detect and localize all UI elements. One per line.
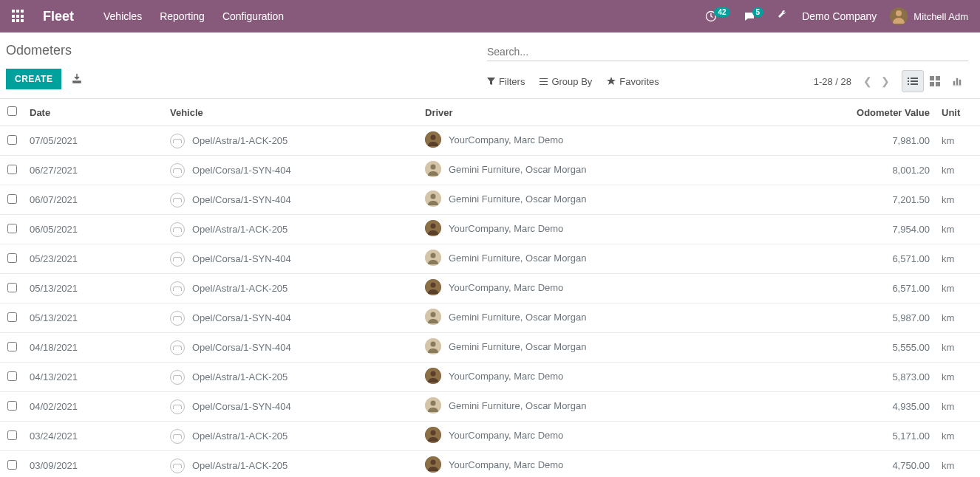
filter-icon [487, 78, 495, 86]
cell-date: 06/27/2021 [24, 156, 164, 185]
cell-odometer: 5,555.00 [832, 333, 936, 363]
table-row[interactable]: 04/18/2021Opel/Corsa/1-SYN-404Gemini Fur… [0, 333, 980, 363]
row-checkbox[interactable] [7, 430, 17, 440]
cell-driver: Gemini Furniture, Oscar Morgan [419, 303, 832, 333]
svg-point-17 [431, 283, 436, 288]
table-row[interactable]: 03/09/2021Opel/Astra/1-ACK-205YourCompan… [0, 451, 980, 478]
developer-tools-icon[interactable] [777, 10, 789, 24]
column-vehicle[interactable]: Vehicle [164, 99, 419, 126]
pager-text[interactable]: 1-28 / 28 [814, 76, 851, 87]
row-checkbox[interactable] [7, 371, 17, 381]
table-row[interactable]: 04/13/2021Opel/Astra/1-ACK-205YourCompan… [0, 363, 980, 392]
select-all-checkbox[interactable] [7, 106, 17, 116]
svg-point-23 [431, 371, 436, 377]
cell-driver: Gemini Furniture, Oscar Morgan [419, 185, 832, 215]
cell-odometer: 7,954.00 [832, 215, 936, 244]
star-icon [607, 77, 616, 86]
table-row[interactable]: 07/05/2021Opel/Astra/1-ACK-205YourCompan… [0, 126, 980, 156]
pager-prev-icon[interactable]: ❮ [863, 75, 872, 87]
cell-unit: km [936, 126, 980, 156]
view-graph-button[interactable] [946, 70, 968, 92]
cell-vehicle: Opel/Corsa/1-SYN-404 [164, 156, 419, 185]
row-checkbox[interactable] [7, 283, 17, 292]
cell-driver: Gemini Furniture, Oscar Morgan [419, 333, 832, 363]
company-selector[interactable]: Demo Company [802, 10, 877, 22]
cell-odometer: 5,987.00 [832, 303, 936, 333]
main-header: Fleet Vehicles Reporting Configuration 4… [0, 0, 980, 32]
cell-vehicle: Opel/Corsa/1-SYN-404 [164, 185, 419, 215]
table-row[interactable]: 03/24/2021Opel/Astra/1-ACK-205YourCompan… [0, 422, 980, 451]
cell-odometer: 6,571.00 [832, 274, 936, 303]
nav-vehicles[interactable]: Vehicles [103, 10, 142, 22]
table-row[interactable]: 06/05/2021Opel/Astra/1-ACK-205YourCompan… [0, 215, 980, 244]
column-odometer[interactable]: Odometer Value [832, 99, 936, 126]
driver-avatar-icon [425, 161, 441, 177]
cell-vehicle: Opel/Astra/1-ACK-205 [164, 363, 419, 392]
driver-avatar-icon [425, 368, 441, 384]
table-row[interactable]: 05/23/2021Opel/Corsa/1-SYN-404Gemini Fur… [0, 244, 980, 274]
table-row[interactable]: 06/07/2021Opel/Corsa/1-SYN-404Gemini Fur… [0, 185, 980, 215]
cell-vehicle: Opel/Astra/1-ACK-205 [164, 126, 419, 156]
export-icon[interactable] [72, 73, 82, 86]
svg-point-13 [431, 224, 436, 229]
svg-rect-3 [936, 76, 940, 80]
cell-vehicle: Opel/Astra/1-ACK-205 [164, 215, 419, 244]
view-list-button[interactable] [902, 70, 924, 92]
driver-avatar-icon [425, 220, 441, 236]
driver-avatar-icon [425, 279, 441, 295]
favorites-button[interactable]: Favorites [607, 76, 659, 87]
pager-next-icon[interactable]: ❯ [881, 75, 890, 87]
apps-menu-icon[interactable] [12, 10, 25, 23]
cell-driver: Gemini Furniture, Oscar Morgan [419, 392, 832, 422]
nav-reporting[interactable]: Reporting [160, 10, 205, 22]
table-row[interactable]: 05/13/2021Opel/Corsa/1-SYN-404Gemini Fur… [0, 303, 980, 333]
table-row[interactable]: 04/02/2021Opel/Corsa/1-SYN-404Gemini Fur… [0, 392, 980, 422]
table-row[interactable]: 05/13/2021Opel/Astra/1-ACK-205YourCompan… [0, 274, 980, 303]
column-date[interactable]: Date [24, 99, 164, 126]
row-checkbox[interactable] [7, 401, 17, 411]
cell-vehicle: Opel/Astra/1-ACK-205 [164, 451, 419, 478]
row-checkbox[interactable] [7, 342, 17, 351]
row-checkbox[interactable] [7, 165, 17, 174]
svg-rect-5 [936, 82, 940, 86]
cell-date: 07/05/2021 [24, 126, 164, 156]
row-checkbox[interactable] [7, 224, 17, 233]
cell-unit: km [936, 274, 980, 303]
group-by-button[interactable]: Group By [540, 76, 592, 87]
graph-icon [952, 76, 962, 86]
vehicle-logo-icon [170, 459, 185, 473]
cell-unit: km [936, 451, 980, 478]
app-brand[interactable]: Fleet [43, 9, 74, 24]
row-checkbox[interactable] [7, 253, 17, 263]
user-name: Mitchell Adm [913, 11, 968, 22]
vehicle-logo-icon [170, 281, 185, 296]
cell-driver: YourCompany, Marc Demo [419, 451, 832, 478]
column-driver[interactable]: Driver [419, 99, 832, 126]
cell-driver: YourCompany, Marc Demo [419, 422, 832, 451]
activity-indicator[interactable]: 42 [705, 10, 729, 22]
create-button[interactable]: CREATE [6, 69, 61, 89]
row-checkbox[interactable] [7, 312, 17, 322]
column-unit[interactable]: Unit [936, 99, 980, 126]
cell-unit: km [936, 185, 980, 215]
row-checkbox[interactable] [7, 460, 17, 470]
cell-vehicle: Opel/Astra/1-ACK-205 [164, 274, 419, 303]
row-checkbox[interactable] [7, 135, 17, 145]
filters-button[interactable]: Filters [487, 76, 525, 87]
vehicle-logo-icon [170, 222, 185, 237]
nav-configuration[interactable]: Configuration [222, 10, 284, 22]
cell-date: 05/23/2021 [24, 244, 164, 274]
cell-unit: km [936, 156, 980, 185]
vehicle-logo-icon [170, 134, 185, 148]
search-input[interactable] [487, 46, 968, 58]
page-title: Odometers [6, 43, 487, 58]
view-kanban-button[interactable] [924, 70, 946, 92]
cell-unit: km [936, 244, 980, 274]
table-row[interactable]: 06/27/2021Opel/Corsa/1-SYN-404Gemini Fur… [0, 156, 980, 185]
driver-avatar-icon [425, 250, 441, 266]
messages-indicator[interactable]: 5 [743, 10, 764, 22]
odometers-table: Date Vehicle Driver Odometer Value Unit … [0, 99, 980, 477]
cell-driver: YourCompany, Marc Demo [419, 274, 832, 303]
row-checkbox[interactable] [7, 194, 17, 204]
user-menu[interactable]: Mitchell Adm [890, 7, 968, 25]
